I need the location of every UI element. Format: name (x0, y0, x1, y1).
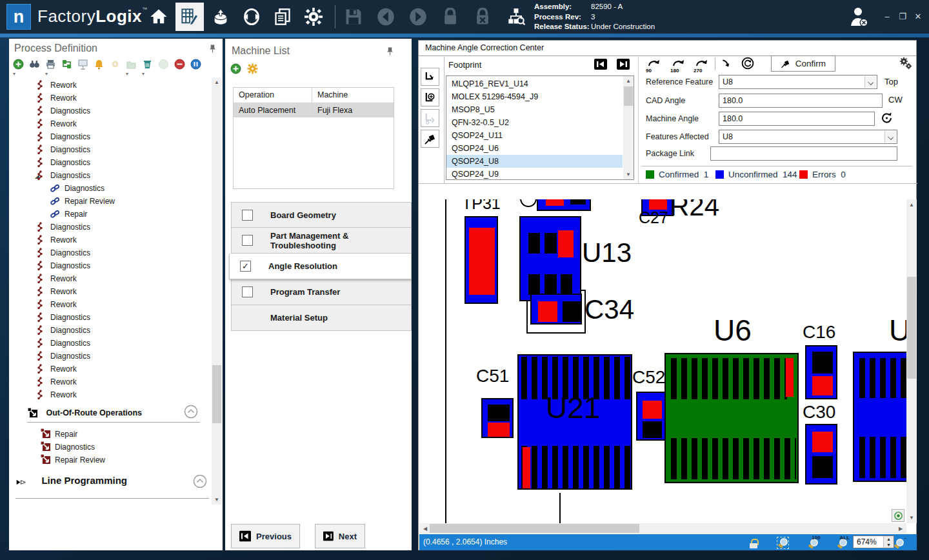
scroll-down-icon[interactable]: ▼ (212, 497, 222, 503)
find-icon[interactable] (29, 59, 40, 70)
audit-search-icon[interactable] (502, 3, 530, 31)
add-machine-icon[interactable] (230, 63, 241, 74)
tree-item-diagnostics[interactable]: Diagnostics (9, 337, 209, 350)
tree-item-diagnostics[interactable]: Diagnostics (9, 350, 209, 363)
materials-icon[interactable] (206, 3, 235, 31)
chevron-down-icon[interactable] (864, 76, 876, 88)
step-checkbox[interactable] (242, 210, 253, 221)
line-programming-section[interactable]: Line Programming (15, 475, 203, 492)
footprint-item-molex 51296-4594_j9[interactable]: MOLEX 51296-4594_J9 (446, 90, 623, 103)
tree-item-diagnostics[interactable]: ◢Diagnostics (9, 169, 209, 182)
alert-icon[interactable] (94, 59, 105, 70)
maximize-button[interactable]: ❐ (895, 12, 910, 21)
scroll-up-icon[interactable]: ▲ (212, 79, 222, 85)
tree-scrollbar[interactable]: ▲ ▼ (212, 77, 222, 505)
tree-item-rework[interactable]: Rework (9, 375, 209, 388)
footprint-scrollbar[interactable]: ▲ ▼ (623, 76, 634, 179)
scroll-up-icon[interactable]: ▲ (906, 202, 917, 208)
sync-icon[interactable] (237, 3, 266, 31)
tree-item-rework[interactable]: Rework (9, 285, 209, 298)
tree-item-diagnostics[interactable]: Diagnostics (9, 221, 209, 234)
rotate-reset-button[interactable] (421, 109, 439, 127)
zoom-lock-icon[interactable] (750, 539, 759, 549)
presentation-icon[interactable] (77, 59, 88, 70)
pin-icon[interactable] (209, 44, 216, 56)
zoom-level-spinner[interactable]: 674%▲▼ (853, 535, 894, 548)
footprint-item-mlqp16_rev1_u14[interactable]: MLQP16_REV1_U14 (446, 77, 623, 90)
confirm-button[interactable]: Confirm (771, 55, 835, 72)
tree-item-rework[interactable]: Rework (9, 388, 209, 401)
component-C52[interactable] (636, 392, 666, 441)
footprint-item-qsop24_u8[interactable]: QSOP24_U8 (446, 155, 623, 168)
rotate-zoom-button[interactable] (421, 88, 439, 106)
component-C51[interactable] (481, 398, 514, 438)
process-editor-icon[interactable] (175, 3, 204, 31)
scroll-left-icon[interactable]: ◀ (422, 526, 428, 532)
footprint-item-qsop24_u6[interactable]: QSOP24_U6 (446, 142, 623, 155)
next-footprint-button[interactable] (617, 59, 630, 70)
scroll-right-icon[interactable]: ▶ (897, 526, 904, 532)
machine-angle-input[interactable]: 180.0 (719, 112, 875, 126)
component-U6[interactable] (664, 353, 799, 483)
column-machine[interactable]: Machine (312, 88, 348, 103)
footprint-item-qsop24_u11[interactable]: QSOP24_U11 (446, 129, 623, 142)
documents-icon[interactable] (268, 3, 297, 31)
footprint-item-qsop24_u9[interactable]: QSOP24_U9 (446, 168, 623, 180)
column-operation[interactable]: Operation (234, 88, 312, 103)
tree-item-rework[interactable]: Rework (9, 92, 209, 105)
zoom-out-icon[interactable]: - (894, 538, 904, 549)
cad-angle-input[interactable]: 180.0 (719, 94, 883, 108)
out-of-route-item-repair-review[interactable]: Repair Review (40, 454, 208, 466)
rotate-270-button[interactable]: 270 (694, 57, 710, 72)
process-check-icon[interactable] (61, 59, 72, 70)
component-top-part[interactable] (537, 199, 591, 211)
scroll-up-icon[interactable]: ▲ (623, 78, 634, 84)
tree-item-diagnostics[interactable]: Diagnostics (9, 259, 209, 272)
footprint-item-msop8_u5[interactable]: MSOP8_U5 (446, 103, 623, 116)
disabled-icon[interactable] (158, 59, 169, 70)
step-checkbox[interactable] (242, 235, 253, 246)
tree-item-rework[interactable]: Rework (9, 234, 209, 246)
step-board-geometry[interactable]: Board Geometry (231, 202, 412, 228)
tree-item-diagnostics[interactable]: Diagnostics (9, 246, 209, 259)
save-icon[interactable] (339, 3, 368, 31)
undo-icon[interactable] (372, 3, 400, 31)
remove-icon[interactable] (174, 59, 185, 70)
tree-item-rework[interactable]: Rework (9, 363, 209, 375)
tree-item-diagnostics[interactable]: Diagnostics (9, 311, 209, 324)
minimize-button[interactable]: – (880, 12, 894, 21)
step-angle-resolution[interactable]: ✓Angle Resolution (229, 254, 412, 279)
rotate-90-button[interactable]: 90 (646, 57, 663, 72)
zoom-100-icon[interactable]: 100 (808, 538, 819, 549)
step-part-management-troubleshooting[interactable]: Part Management & Troubleshooting (231, 228, 412, 254)
pause-icon[interactable] (190, 59, 201, 70)
scroll-down-icon[interactable]: ▼ (906, 515, 917, 521)
next-button[interactable]: Next (315, 524, 365, 548)
config-icon[interactable] (110, 59, 121, 70)
delete-icon[interactable]: ▾ (142, 59, 153, 70)
tree-item-diagnostics[interactable]: Diagnostics (9, 105, 209, 117)
step-program-transfer[interactable]: Program Transfer (231, 279, 412, 305)
close-button[interactable]: ✕ (911, 12, 925, 21)
tree-item-diagnostics[interactable]: Diagnostics (9, 156, 209, 169)
viewer-hscrollbar[interactable]: ◀ ▶ (419, 523, 906, 534)
viewer-vscrollbar[interactable]: ▲ ▼ (906, 199, 917, 523)
out-of-route-item-diagnostics[interactable]: Diagnostics (40, 441, 208, 454)
advanced-settings-icon[interactable] (899, 57, 912, 70)
zoom-all-icon[interactable]: ALL (837, 538, 848, 549)
settings-gear-icon[interactable] (299, 3, 328, 31)
tree-item-diagnostics[interactable]: Diagnostics (9, 324, 209, 337)
step-checkbox[interactable] (242, 286, 253, 297)
tree-item-rework[interactable]: Rework (9, 272, 209, 285)
confirm-dart-button[interactable] (421, 130, 439, 148)
step-material-setup[interactable]: Material Setup (231, 305, 412, 331)
first-footprint-button[interactable] (594, 59, 607, 70)
tree-item-diagnostics[interactable]: Diagnostics (9, 182, 209, 195)
pin-icon[interactable] (386, 46, 394, 59)
redo-icon[interactable] (404, 3, 432, 31)
scrollbar-thumb[interactable] (907, 277, 916, 379)
component-U-right[interactable] (853, 352, 907, 482)
package-link-input[interactable] (710, 146, 897, 161)
tree-item-rework[interactable]: Rework (9, 79, 209, 92)
apply-rotation-icon[interactable] (721, 58, 732, 70)
